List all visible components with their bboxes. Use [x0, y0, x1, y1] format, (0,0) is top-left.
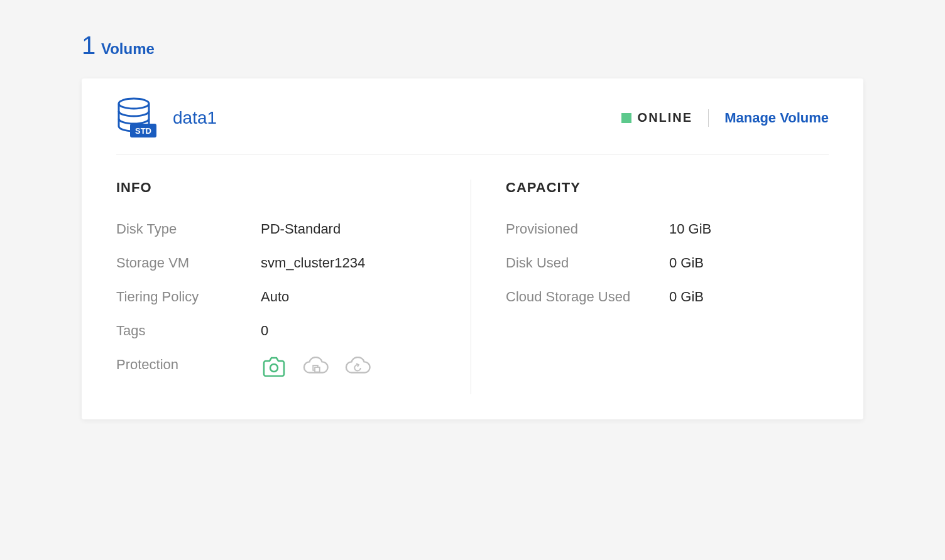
cloud-used-value: 0 GiB — [669, 289, 704, 305]
snapshot-icon[interactable] — [261, 357, 287, 377]
disk-used-label: Disk Used — [506, 255, 669, 271]
capacity-row-cloud-used: Cloud Storage Used 0 GiB — [506, 289, 829, 305]
capacity-row-disk-used: Disk Used 0 GiB — [506, 255, 829, 271]
provisioned-label: Provisioned — [506, 221, 669, 237]
card-header: STD data1 ONLINE Manage Volume — [116, 97, 829, 154]
volume-count-label: Volume — [101, 40, 155, 57]
cloud-copy-icon[interactable] — [303, 357, 329, 377]
card-header-right: ONLINE Manage Volume — [621, 109, 829, 127]
capacity-row-provisioned: Provisioned 10 GiB — [506, 221, 829, 237]
manage-volume-button[interactable]: Manage Volume — [724, 110, 829, 126]
volume-name: data1 — [173, 108, 217, 128]
cloud-restore-icon[interactable] — [345, 357, 371, 377]
volume-card: STD data1 ONLINE Manage Volume INFO Disk… — [82, 78, 863, 419]
storage-vm-label: Storage VM — [116, 255, 261, 271]
info-row-tiering: Tiering Policy Auto — [116, 289, 439, 305]
protection-label: Protection — [116, 357, 261, 373]
info-title: INFO — [116, 180, 439, 196]
capacity-section: CAPACITY Provisioned 10 GiB Disk Used 0 … — [471, 180, 829, 394]
tiering-value: Auto — [261, 289, 289, 305]
disk-used-value: 0 GiB — [669, 255, 704, 271]
capacity-title: CAPACITY — [506, 180, 829, 196]
card-body: INFO Disk Type PD-Standard Storage VM sv… — [116, 180, 829, 394]
tags-value: 0 — [261, 323, 268, 339]
info-row-storage-vm: Storage VM svm_cluster1234 — [116, 255, 439, 271]
provisioned-value: 10 GiB — [669, 221, 711, 237]
status-text: ONLINE — [638, 110, 693, 125]
svg-rect-5 — [315, 367, 320, 372]
info-row-disk-type: Disk Type PD-Standard — [116, 221, 439, 237]
protection-icons — [261, 357, 371, 377]
card-header-left: STD data1 — [116, 97, 217, 138]
svg-text:STD: STD — [135, 126, 151, 136]
info-section: INFO Disk Type PD-Standard Storage VM sv… — [116, 180, 471, 394]
volume-count-header: 1 Volume — [82, 31, 863, 60]
volume-std-icon: STD — [116, 97, 157, 138]
disk-type-value: PD-Standard — [261, 221, 341, 237]
status-badge: ONLINE — [621, 110, 693, 125]
info-row-protection: Protection — [116, 357, 439, 377]
info-row-tags: Tags 0 — [116, 323, 439, 339]
disk-type-label: Disk Type — [116, 221, 261, 237]
tags-label: Tags — [116, 323, 261, 339]
status-indicator-icon — [621, 113, 631, 123]
svg-point-3 — [270, 364, 278, 372]
divider — [708, 109, 709, 127]
svg-point-0 — [119, 99, 149, 109]
volume-count-number: 1 — [82, 31, 96, 59]
storage-vm-value: svm_cluster1234 — [261, 255, 365, 271]
tiering-label: Tiering Policy — [116, 289, 261, 305]
cloud-used-label: Cloud Storage Used — [506, 289, 669, 305]
